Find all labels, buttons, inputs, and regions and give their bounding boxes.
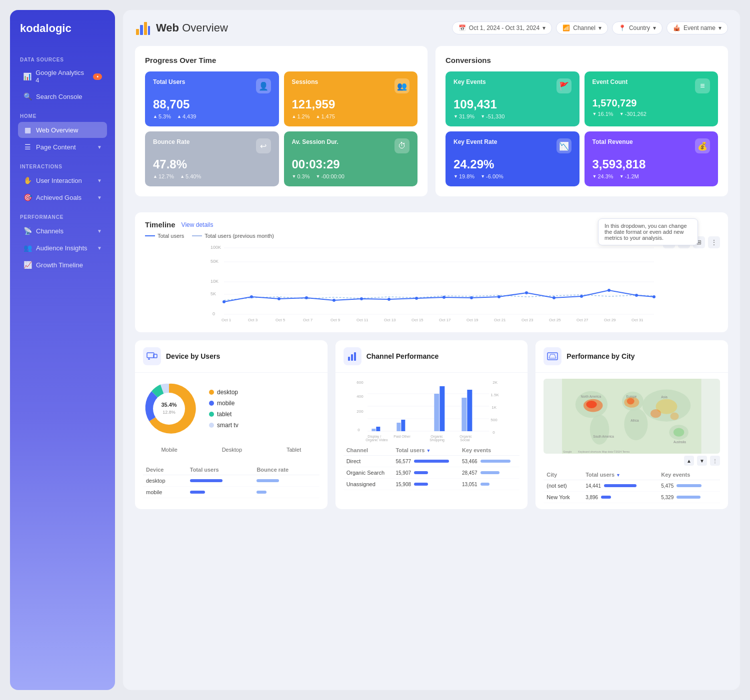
sidebar-item-search-console[interactable]: 🔍 Search Console (18, 88, 107, 104)
svg-rect-0 (136, 29, 139, 35)
svg-point-26 (552, 296, 556, 299)
country-filter[interactable]: 📍 Country ▾ (612, 21, 662, 34)
svg-point-14 (222, 300, 226, 303)
city-sort-desc[interactable]: ▼ (697, 456, 707, 466)
svg-point-30 (652, 295, 656, 298)
view-details-link[interactable]: View details (182, 221, 214, 228)
donut-chart: 35.4% 12.8% (139, 379, 199, 439)
user-icon: 👤 (256, 78, 271, 93)
sidebar-item-page-content[interactable]: ☰ Page Content ▼ (18, 139, 107, 155)
svg-point-21 (415, 297, 418, 300)
sidebar-item-label: Web Overview (36, 126, 78, 134)
svg-point-23 (470, 296, 473, 299)
svg-point-99 (670, 413, 679, 420)
city-more[interactable]: ⋮ (710, 456, 720, 466)
table-row: Organic Search 15,907 28,457 (344, 467, 520, 479)
svg-text:50K: 50K (210, 259, 218, 264)
channel-chart-area: 600 400 200 0 2K 1.5K 1K 500 0 (336, 373, 528, 496)
svg-text:Keyboard shortcuts  Map data ©: Keyboard shortcuts Map data ©2024 Terms (578, 450, 630, 453)
legend-line-users (145, 235, 155, 236)
svg-text:400: 400 (356, 394, 364, 399)
legend-previous-month: Total users (previous month) (192, 233, 274, 239)
sidebar-item-user-interaction[interactable]: ✋ User Interaction ▼ (18, 172, 107, 188)
sidebar-item-web-overview[interactable]: ▦ Web Overview (18, 122, 107, 138)
header-filters: 📅 Oct 1, 2024 - Oct 31, 2024 ▾ 📶 Channel… (452, 21, 728, 34)
svg-rect-85 (548, 353, 558, 360)
svg-point-94 (586, 401, 597, 408)
hand-icon: ✋ (23, 176, 32, 185)
chevron-icon: ▼ (97, 144, 102, 150)
svg-text:Oct 3: Oct 3 (248, 318, 258, 322)
svg-text:0: 0 (492, 430, 495, 435)
table-row: Direct 56,577 53,466 (344, 456, 520, 467)
main-content: Web Overview 📅 Oct 1, 2024 - Oct 31, 202… (123, 10, 740, 690)
sidebar-item-achieved-goals[interactable]: 🎯 Achieved Goals ▼ (18, 189, 107, 205)
data-sources-label: Data Sources (18, 57, 107, 62)
sidebar-item-audience-insights[interactable]: 👥 Audience Insights ▼ (18, 240, 107, 256)
sidebar-item-label: Search Console (36, 93, 82, 100)
svg-point-27 (580, 295, 583, 298)
legend-tablet: tablet (209, 411, 238, 418)
channel-panel-icon (344, 347, 362, 365)
table-row: Unassigned 15,908 13,051 (344, 479, 520, 490)
table-row: desktop (143, 475, 320, 487)
svg-rect-54 (348, 357, 350, 361)
sidebar-item-growth-timeline[interactable]: 📈 Growth Timeline (18, 257, 107, 273)
svg-text:500: 500 (490, 418, 498, 422)
progress-title: Progress Over Time (145, 56, 418, 64)
sidebar-item-label: Page Content (36, 143, 76, 151)
sidebar-item-channels[interactable]: 📡 Channels ▼ (18, 223, 107, 239)
device-panel-icon (143, 347, 161, 365)
channel-filter[interactable]: 📶 Channel ▾ (556, 21, 608, 34)
sidebar-item-label: Audience Insights (36, 244, 88, 252)
legend-mobile: mobile (209, 400, 238, 407)
timeline-section: Timeline View details In this dropdown, … (135, 212, 728, 332)
sidebar-item-label: Google Analytics 4 (36, 69, 87, 84)
svg-rect-75 (440, 386, 444, 431)
sidebar-item-google-analytics[interactable]: 📊 Google Analytics 4 • (18, 65, 107, 87)
svg-text:Europe: Europe (626, 395, 637, 399)
channel-icon: 📶 (562, 24, 570, 31)
svg-point-88 (590, 415, 610, 445)
map-svg: North America South America Europe Afric… (544, 379, 720, 454)
timeline-title: Timeline (145, 220, 176, 229)
date-filter[interactable]: 📅 Oct 1, 2024 - Oct 31, 2024 ▾ (452, 21, 552, 34)
svg-point-98 (650, 409, 661, 418)
svg-text:Oct 27: Oct 27 (576, 318, 588, 322)
channel-panel-title: Channel Performance (366, 352, 439, 360)
more-options-button[interactable]: ⋮ (708, 236, 720, 248)
city-table: City Total users ▼ Key events (not set) (544, 470, 720, 503)
svg-text:South America: South America (594, 435, 614, 438)
svg-rect-3 (148, 26, 150, 35)
logo-chart-icon (135, 20, 151, 36)
svg-point-28 (608, 289, 610, 292)
flag-icon: 🚩 (556, 78, 572, 93)
sidebar: kodalogic Data Sources 📊 Google Analytic… (10, 10, 115, 690)
chevron-down-icon: ▾ (598, 24, 602, 31)
channel-panel-header: Channel Performance (336, 340, 528, 373)
chart-icon: 📈 (23, 260, 32, 269)
city-panel: Performance by City (536, 340, 728, 509)
key-event-rate-card: Key Event Rate 📉 24.29% 19.8% -6.00% (446, 131, 580, 186)
conversions-title: Conversions (446, 56, 718, 64)
svg-text:12.8%: 12.8% (162, 410, 176, 415)
device-panel-title: Device by Users (166, 352, 220, 360)
svg-point-20 (388, 298, 390, 301)
svg-text:North America: North America (581, 395, 602, 398)
svg-text:5K: 5K (210, 291, 216, 296)
sidebar-item-label: User Interaction (36, 177, 82, 184)
bottom-panels: Device by Users (135, 340, 728, 509)
event-filter[interactable]: 🎪 Event name ▾ (666, 21, 728, 34)
map-icon (547, 351, 558, 362)
svg-rect-2 (144, 22, 147, 35)
sidebar-item-label: Achieved Goals (36, 194, 82, 201)
timeline-tooltip: In this dropdown, you can change the dat… (598, 218, 698, 245)
sessions-card: Sessions 👥 121,959 1.2% 1,475 (284, 71, 418, 126)
svg-point-24 (498, 295, 500, 298)
svg-text:Oct 15: Oct 15 (412, 318, 424, 322)
svg-point-100 (674, 428, 684, 437)
svg-text:600: 600 (356, 380, 364, 385)
city-sort-asc[interactable]: ▲ (684, 456, 694, 466)
legend-line-prev (192, 235, 202, 236)
svg-rect-47 (147, 353, 154, 358)
